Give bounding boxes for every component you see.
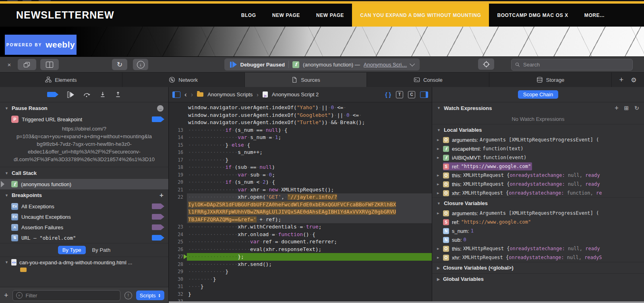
line-number-gutter[interactable]: 22 bbox=[169, 193, 187, 201]
dock-side-button[interactable] bbox=[40, 59, 59, 70]
call-stack-frame[interactable]: f(anonymous function) bbox=[0, 179, 168, 189]
goto-breakpoint-icon[interactable]: → bbox=[157, 105, 164, 112]
nav-item[interactable]: CAN YOU EXPAND A DMG WITHOUT MOUNTING bbox=[352, 4, 489, 27]
scope-section-header[interactable]: ▶Global Variables bbox=[432, 273, 644, 284]
line-number-gutter[interactable]: 16 bbox=[169, 149, 187, 156]
breakpoint-row[interactable]: ⇅URL — "obirel.com" bbox=[0, 232, 168, 243]
line-number-gutter[interactable]: 14 bbox=[169, 134, 187, 141]
site-logo[interactable]: NEWSLETTERNEW bbox=[0, 4, 114, 27]
line-number-gutter[interactable] bbox=[169, 216, 187, 224]
breakpoint-flag-icon[interactable] bbox=[152, 203, 164, 209]
line-number-gutter[interactable]: 17 bbox=[169, 156, 187, 164]
by-path-button[interactable]: By Path bbox=[92, 247, 111, 253]
close-icon[interactable]: × bbox=[5, 61, 14, 68]
code-editor[interactable]: window.navigator.userAgent.indexOf("Yaho… bbox=[169, 102, 432, 303]
line-number-gutter[interactable]: 31 bbox=[169, 283, 187, 291]
line-number-gutter[interactable] bbox=[169, 201, 187, 209]
line-number-gutter[interactable]: 24 bbox=[169, 231, 187, 239]
tab-network[interactable]: Network bbox=[122, 73, 245, 87]
line-number-gutter[interactable]: 20 bbox=[169, 178, 187, 186]
by-type-button[interactable]: By Type bbox=[58, 246, 86, 254]
line-number-gutter[interactable]: 21 bbox=[169, 186, 187, 194]
variable-row[interactable]: ▶Othis:XMLHttpRequest {onreadystatechang… bbox=[432, 244, 644, 253]
line-number-gutter[interactable]: 19 bbox=[169, 171, 187, 179]
add-breakpoint-icon[interactable]: + bbox=[159, 191, 164, 199]
type-profiler-icon[interactable]: T bbox=[396, 91, 403, 98]
step-over-icon[interactable] bbox=[83, 91, 91, 98]
breakpoint-row[interactable]: ExAll Exceptions bbox=[0, 201, 168, 212]
breakpoint-flag-icon[interactable] bbox=[152, 224, 164, 230]
disclosure-triangle-icon[interactable]: ▶ bbox=[437, 247, 443, 251]
scope-section-header[interactable]: ▼Local Variables bbox=[432, 124, 644, 135]
scripts-dropdown[interactable]: Scripts ▲▼ bbox=[136, 291, 164, 300]
line-number-gutter[interactable] bbox=[169, 208, 187, 216]
line-number-gutter[interactable]: 25 bbox=[169, 238, 187, 246]
gear-icon[interactable]: ⚙ bbox=[631, 76, 636, 84]
tab-storage[interactable]: Storage bbox=[489, 73, 612, 87]
toggle-left-sidebar-icon[interactable] bbox=[172, 91, 180, 98]
line-number-gutter[interactable]: 26 bbox=[169, 246, 187, 253]
scope-section-header[interactable]: ▶Closure Variables (<global>) bbox=[432, 262, 644, 273]
new-tab-icon[interactable]: + bbox=[619, 76, 623, 84]
pause-resume-icon[interactable] bbox=[67, 91, 74, 98]
chevron-down-icon[interactable] bbox=[410, 61, 415, 66]
add-icon[interactable]: + bbox=[4, 291, 8, 300]
add-watch-icon[interactable]: + bbox=[615, 104, 618, 112]
nav-item[interactable]: BLOG bbox=[233, 4, 264, 27]
step-out-icon[interactable] bbox=[115, 91, 121, 98]
detach-inspector-button[interactable] bbox=[18, 59, 36, 70]
breakpoint-flag-icon[interactable] bbox=[152, 116, 164, 122]
breadcrumb-folder[interactable]: Anonymous Scripts bbox=[207, 91, 253, 98]
pause-reason-item[interactable]: P Triggered URL Breakpoint bbox=[0, 114, 168, 125]
variable-row[interactable]: ▶Oarguments:Arguments [XMLHttpRequestPro… bbox=[432, 135, 644, 144]
back-icon[interactable]: ‹ bbox=[184, 91, 187, 98]
variable-row[interactable]: Sref:"https://www.google.com" bbox=[432, 218, 644, 226]
refresh-watch-icon[interactable]: ↻ bbox=[634, 105, 639, 111]
variable-row[interactable]: Sref:"https://www.google.com" bbox=[432, 162, 644, 171]
clear-watch-icon[interactable]: ⊞ bbox=[624, 105, 629, 111]
pause-reason-header[interactable]: ▼ Pause Reason → bbox=[0, 102, 168, 114]
variable-row[interactable]: ▶Oarguments:Arguments [XMLHttpRequestPro… bbox=[432, 209, 644, 218]
download-button[interactable]: ↓ bbox=[133, 59, 148, 70]
line-number-gutter[interactable] bbox=[169, 119, 187, 127]
forward-icon[interactable]: › bbox=[191, 91, 193, 98]
breakpoint-row[interactable]: ExUncaught Exceptions bbox=[0, 212, 168, 222]
line-number-gutter[interactable] bbox=[169, 112, 187, 119]
code-coverage-icon[interactable]: C bbox=[408, 91, 415, 98]
variable-row[interactable]: Ns_num:1 bbox=[432, 226, 644, 235]
line-number-gutter[interactable]: 13 bbox=[169, 127, 187, 134]
resource-row[interactable]: ▼ <> can-you-expand-a-dmg-without-mounti… bbox=[0, 257, 168, 268]
line-number-gutter[interactable]: 15 bbox=[169, 141, 187, 149]
watch-expressions-header[interactable]: ▼ Watch Expressions + ⊞ ↻ bbox=[432, 102, 644, 114]
variable-row[interactable]: ▶Oxhr:XMLHttpRequest {onreadystatechange… bbox=[432, 189, 644, 197]
disclosure-triangle-icon[interactable]: ▶ bbox=[437, 156, 443, 160]
variable-row[interactable]: ▶fiAIBlQxMVT:function(event) bbox=[432, 153, 644, 162]
line-number-gutter[interactable]: 30 bbox=[169, 276, 187, 283]
breakpoint-row[interactable]: AAssertion Failures bbox=[0, 222, 168, 232]
disclosure-triangle-icon[interactable]: ▶ bbox=[437, 138, 443, 142]
issues-icon[interactable]: ! bbox=[124, 292, 132, 299]
line-number-gutter[interactable]: 27 bbox=[169, 253, 187, 261]
line-number-gutter[interactable]: 29 bbox=[169, 268, 187, 276]
disclosure-triangle-icon[interactable]: ▶ bbox=[437, 147, 443, 151]
tab-elements[interactable]: Elements bbox=[0, 73, 122, 87]
nav-item[interactable]: NEW PAGE bbox=[264, 4, 308, 27]
disclosure-triangle-icon[interactable]: ▶ bbox=[437, 182, 443, 186]
breakpoints-toggle-icon[interactable] bbox=[47, 92, 58, 97]
scope-chain-tab[interactable]: Scope Chain bbox=[518, 90, 558, 99]
disclosure-triangle-icon[interactable]: ▶ bbox=[437, 191, 443, 195]
nav-item[interactable]: NEW PAGE bbox=[308, 4, 352, 27]
tab-console[interactable]: Console bbox=[367, 73, 489, 87]
script-link[interactable]: Anonymous Scri… bbox=[364, 62, 407, 68]
powered-by-weebly-button[interactable]: POWERED BY weebly bbox=[5, 35, 77, 55]
toggle-right-sidebar-icon[interactable] bbox=[420, 91, 428, 98]
line-number-gutter[interactable] bbox=[169, 104, 187, 112]
element-picker-button[interactable] bbox=[478, 58, 494, 70]
variable-row[interactable]: Nsub:0 bbox=[432, 235, 644, 244]
variable-row[interactable]: ▶Oxhr:XMLHttpRequest {onreadystatechange… bbox=[432, 253, 644, 262]
breadcrumb-file[interactable]: Anonymous Script 2 bbox=[272, 91, 319, 98]
disclosure-triangle-icon[interactable]: ▶ bbox=[437, 173, 443, 177]
disclosure-triangle-icon[interactable]: ▶ bbox=[437, 211, 443, 215]
line-number-gutter[interactable]: 32 bbox=[169, 291, 187, 298]
disclosure-triangle-icon[interactable]: ▶ bbox=[437, 255, 443, 259]
